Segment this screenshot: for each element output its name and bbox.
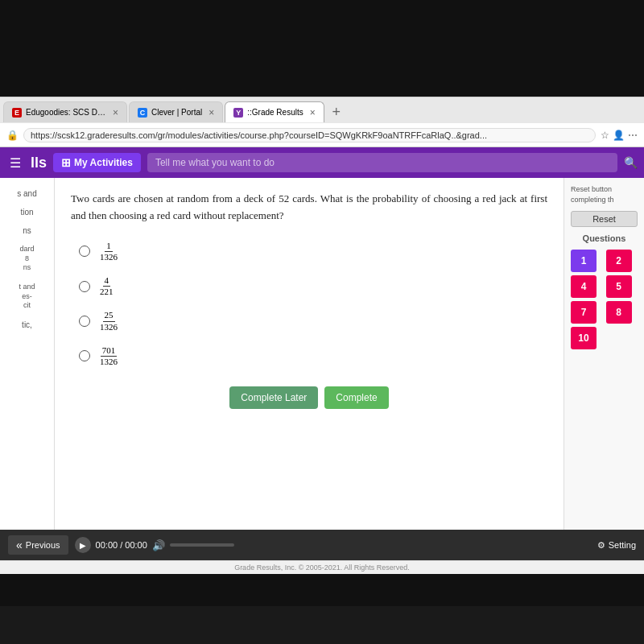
sidebar-item-dard[interactable]: dard8ns — [0, 240, 54, 278]
tab-edugoodies-label: Edugoodies: SCS Daily Links - ed — [26, 108, 106, 117]
fraction-3-denominator: 1326 — [98, 322, 119, 332]
bottom-black-area — [0, 574, 644, 606]
fraction-1-numerator: 1 — [105, 241, 113, 252]
question-num-7[interactable]: 7 — [571, 301, 597, 324]
question-area: Two cards are chosen at random from a de… — [55, 178, 564, 530]
footer: Grade Results, Inc. © 2005-2021. All Rig… — [0, 560, 644, 574]
tab-clever[interactable]: C Clever | Portal × — [129, 101, 223, 122]
fraction-1: 1 1326 — [98, 241, 119, 262]
more-icon[interactable]: ⋯ — [628, 130, 638, 141]
nav-bar: ☰ lls ⊞ My Activities 🔍 — [0, 147, 644, 178]
address-bar: 🔒 https://scsk12.graderesults.com/gr/mod… — [0, 123, 644, 147]
top-black-area — [0, 0, 644, 97]
fraction-4: 701 1326 — [98, 345, 119, 367]
radio-3[interactable] — [79, 316, 90, 327]
radio-1[interactable] — [79, 246, 90, 257]
question-num-10[interactable]: 10 — [571, 327, 597, 349]
volume-icon[interactable]: 🔊 — [152, 539, 165, 551]
chevron-left-icon: « — [16, 539, 23, 551]
footer-text: Grade Results, Inc. © 2005-2021. All Rig… — [234, 564, 410, 572]
question-numbers: 1 2 4 5 7 8 10 — [571, 250, 638, 349]
main-content: s and tion ns dard8ns t andes-cit tic, T… — [0, 178, 644, 530]
tab-clever-label: Clever | Portal — [151, 108, 202, 117]
tab-graderesults[interactable]: Y ::Grade Results × — [225, 101, 324, 122]
sidebar: s and tion ns dard8ns t andes-cit tic, — [0, 178, 55, 530]
timecode: 00:00 / 00:00 — [96, 540, 147, 550]
option-2[interactable]: 4 221 — [79, 275, 547, 297]
sidebar-item-tion[interactable]: tion — [0, 203, 54, 221]
app-container: ☰ lls ⊞ My Activities 🔍 s and tion ns da… — [0, 147, 644, 574]
fraction-2-numerator: 4 — [103, 275, 111, 287]
sidebar-item-ns[interactable]: ns — [0, 221, 54, 240]
right-panel: Reset buttoncompleting th Reset Question… — [564, 178, 644, 530]
grid-icon: ⊞ — [61, 156, 71, 169]
radio-4[interactable] — [79, 350, 90, 361]
bookmark-icon[interactable]: ☆ — [601, 130, 609, 141]
tab-graderesults-label: ::Grade Results — [247, 108, 303, 117]
favicon-graderesults: Y — [233, 108, 243, 118]
question-num-4[interactable]: 4 — [571, 275, 597, 298]
app-logo: lls — [31, 155, 47, 171]
favicon-clever: C — [138, 108, 147, 118]
complete-button[interactable]: Complete — [324, 386, 388, 409]
profile-icon[interactable]: 👤 — [613, 130, 625, 141]
question-num-1[interactable]: 1 — [571, 250, 597, 272]
complete-later-button[interactable]: Complete Later — [229, 386, 318, 409]
browser-chrome: E Edugoodies: SCS Daily Links - ed × C C… — [0, 97, 644, 147]
url-input[interactable]: https://scsk12.graderesults.com/gr/modul… — [23, 128, 596, 142]
questions-label: Questions — [571, 233, 638, 243]
previous-label: Previous — [26, 540, 60, 550]
my-activities-label: My Activities — [74, 157, 133, 168]
hamburger-icon[interactable]: ☰ — [6, 152, 24, 174]
nav-search-input[interactable] — [147, 153, 617, 172]
sidebar-item-tic[interactable]: tic, — [0, 316, 54, 334]
fraction-4-denominator: 1326 — [98, 357, 119, 367]
radio-2[interactable] — [79, 281, 90, 292]
previous-button[interactable]: « Previous — [8, 535, 68, 555]
search-icon[interactable]: 🔍 — [624, 156, 638, 169]
my-activities-button[interactable]: ⊞ My Activities — [53, 153, 141, 172]
browser-icons: ☆ 👤 ⋯ — [601, 130, 638, 141]
favicon-edugoodies: E — [12, 108, 22, 118]
question-num-5[interactable]: 5 — [606, 275, 632, 298]
fraction-2-denominator: 221 — [98, 287, 115, 297]
option-1[interactable]: 1 1326 — [79, 241, 547, 262]
progress-bar[interactable] — [170, 543, 234, 547]
fraction-2: 4 221 — [98, 275, 115, 297]
fraction-3: 25 1326 — [98, 310, 119, 332]
settings-button[interactable]: ⚙ Setting — [597, 540, 636, 551]
play-button[interactable]: ▶ — [75, 537, 91, 553]
question-text: Two cards are chosen at random from a de… — [71, 191, 547, 225]
reset-info-text: Reset buttoncompleting th — [571, 184, 638, 204]
lock-icon: 🔒 — [6, 130, 19, 141]
fraction-4-numerator: 701 — [101, 345, 118, 357]
fraction-3-numerator: 25 — [103, 310, 115, 321]
gear-icon: ⚙ — [597, 540, 605, 551]
option-4[interactable]: 701 1326 — [79, 345, 547, 367]
sidebar-item-t-and[interactable]: t andes-cit — [0, 278, 54, 316]
tab-graderesults-close[interactable]: × — [310, 107, 316, 118]
tab-edugoodies[interactable]: E Edugoodies: SCS Daily Links - ed × — [3, 101, 127, 122]
option-3[interactable]: 25 1326 — [79, 310, 547, 332]
tab-clever-close[interactable]: × — [208, 107, 214, 118]
tab-bar: E Edugoodies: SCS Daily Links - ed × C C… — [0, 97, 644, 123]
fraction-1-denominator: 1326 — [98, 252, 119, 262]
settings-label: Setting — [609, 540, 636, 550]
new-tab-button[interactable]: + — [326, 101, 347, 122]
player-bar: « Previous ▶ 00:00 / 00:00 🔊 ⚙ Setting — [0, 530, 644, 560]
tab-edugoodies-close[interactable]: × — [113, 107, 118, 118]
reset-button[interactable]: Reset — [571, 211, 638, 227]
player-controls: ▶ 00:00 / 00:00 🔊 — [75, 537, 234, 553]
question-num-8[interactable]: 8 — [606, 301, 632, 324]
action-buttons: Complete Later Complete — [71, 386, 547, 409]
question-num-2[interactable]: 2 — [606, 250, 632, 272]
answer-options: 1 1326 4 221 25 13 — [71, 241, 547, 368]
sidebar-item-s-and[interactable]: s and — [0, 184, 54, 203]
